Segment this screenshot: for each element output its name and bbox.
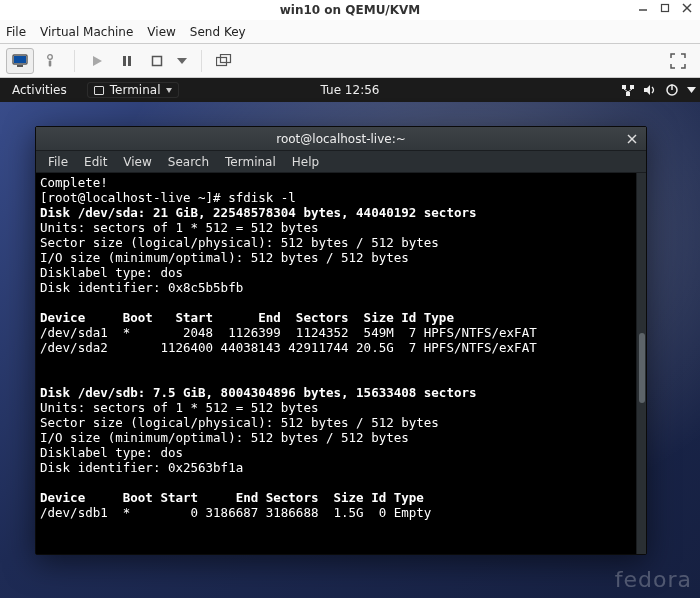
pause-icon [121,55,133,67]
terminal-close-button[interactable] [624,131,640,147]
fedora-logo: fedora [615,567,692,592]
network-icon [621,84,635,97]
svg-line-19 [624,89,628,92]
screens-icon [216,54,232,68]
svg-rect-8 [49,60,52,66]
gnome-status-area[interactable] [621,83,696,97]
fullscreen-button[interactable] [664,48,692,74]
term-line: Disk identifier: 0x8c5b5bfb [40,280,243,295]
window-close-button[interactable] [682,3,694,13]
term-line: /dev/sda2 1126400 44038143 42911744 20.5… [40,340,537,355]
host-titlebar: win10 on QEMU/KVM [0,0,700,20]
svg-rect-6 [17,65,23,67]
snapshots-button[interactable] [210,48,238,74]
term-line: I/O size (minimum/optimal): 512 bytes / … [40,250,409,265]
fullscreen-icon [670,53,686,69]
scrollbar-thumb[interactable] [639,333,645,403]
term-line: /dev/sda1 * 2048 1126399 1124352 549M 7 … [40,325,537,340]
info-icon [43,54,57,68]
term-line: Units: sectors of 1 * 512 = 512 bytes [40,220,318,235]
term-line: Disklabel type: dos [40,265,183,280]
terminal-menu-search[interactable]: Search [168,155,209,169]
host-menu-file[interactable]: File [6,25,26,39]
term-line: Complete! [40,175,108,190]
term-line: Disk /dev/sda: 21 GiB, 22548578304 bytes… [40,205,477,220]
shutdown-button[interactable] [143,48,171,74]
svg-marker-21 [644,85,650,95]
svg-marker-9 [93,56,102,66]
term-line: I/O size (minimum/optimal): 512 bytes / … [40,430,409,445]
terminal-titlebar[interactable]: root@localhost-live:~ [36,127,646,151]
window-minimize-button[interactable] [638,3,650,13]
pause-button[interactable] [113,48,141,74]
terminal-menubar: File Edit View Search Terminal Help [36,151,646,173]
chevron-down-icon [166,88,172,93]
term-line: Sector size (logical/physical): 512 byte… [40,415,439,430]
close-icon [627,134,637,144]
svg-rect-14 [217,57,227,65]
terminal-scrollbar[interactable] [636,173,646,554]
term-line: Disk identifier: 0x2563bf1a [40,460,243,475]
svg-rect-1 [662,5,669,12]
terminal-menu-terminal[interactable]: Terminal [225,155,276,169]
show-console-button[interactable] [6,48,34,74]
window-maximize-button[interactable] [660,3,672,13]
terminal-menu-help[interactable]: Help [292,155,319,169]
host-menubar: File Virtual Machine View Send Key [0,20,700,44]
terminal-window: root@localhost-live:~ File Edit View Sea… [35,126,647,555]
chevron-down-icon [177,58,187,64]
play-icon [91,55,103,67]
gnome-clock[interactable]: Tue 12:56 [321,83,380,97]
svg-rect-11 [128,56,131,66]
svg-rect-5 [14,56,26,63]
show-details-button[interactable] [36,48,64,74]
terminal-title: root@localhost-live:~ [276,132,406,146]
svg-line-20 [628,89,632,92]
gnome-activities[interactable]: Activities [6,81,73,99]
svg-marker-24 [687,87,696,93]
term-line: Disklabel type: dos [40,445,183,460]
guest-desktop[interactable]: Activities Terminal Tue 12:56 root@local… [0,78,700,598]
host-window-controls [638,3,694,13]
term-line: Sector size (logical/physical): 512 byte… [40,235,439,250]
svg-marker-13 [177,58,187,64]
term-line: Units: sectors of 1 * 512 = 512 bytes [40,400,318,415]
term-line: Device Boot Start End Sectors Size Id Ty… [40,490,424,505]
host-toolbar [0,44,700,78]
term-line: Device Boot Start End Sectors Size Id Ty… [40,310,454,325]
run-button[interactable] [83,48,111,74]
terminal-output[interactable]: Complete! [root@localhost-live ~]# sfdis… [36,173,636,554]
stop-icon [150,54,164,68]
shutdown-menu-button[interactable] [173,48,191,74]
toolbar-separator [74,50,75,72]
svg-rect-18 [626,92,630,96]
term-line: /dev/sdb1 * 0 3186687 3186688 1.5G 0 Emp… [40,505,431,520]
terminal-menu-edit[interactable]: Edit [84,155,107,169]
svg-rect-16 [622,85,626,89]
toolbar-separator-2 [201,50,202,72]
svg-rect-15 [221,54,231,62]
power-icon [665,83,679,97]
monitor-icon [12,54,28,68]
gnome-topbar: Activities Terminal Tue 12:56 [0,78,700,102]
svg-rect-10 [123,56,126,66]
svg-point-7 [48,54,53,59]
svg-rect-12 [153,56,162,65]
chevron-down-icon [687,87,696,93]
term-line: [root@localhost-live ~]# sfdisk -l [40,190,296,205]
host-window-title: win10 on QEMU/KVM [0,3,700,17]
gnome-app-indicator[interactable]: Terminal [87,82,180,98]
terminal-menu-view[interactable]: View [123,155,151,169]
terminal-icon [94,86,104,95]
host-menu-vm[interactable]: Virtual Machine [40,25,133,39]
svg-rect-17 [630,85,634,89]
host-menu-sendkey[interactable]: Send Key [190,25,246,39]
gnome-app-label: Terminal [110,83,161,97]
term-line: Disk /dev/sdb: 7.5 GiB, 8004304896 bytes… [40,385,477,400]
volume-icon [643,84,657,96]
host-menu-view[interactable]: View [147,25,175,39]
terminal-menu-file[interactable]: File [48,155,68,169]
